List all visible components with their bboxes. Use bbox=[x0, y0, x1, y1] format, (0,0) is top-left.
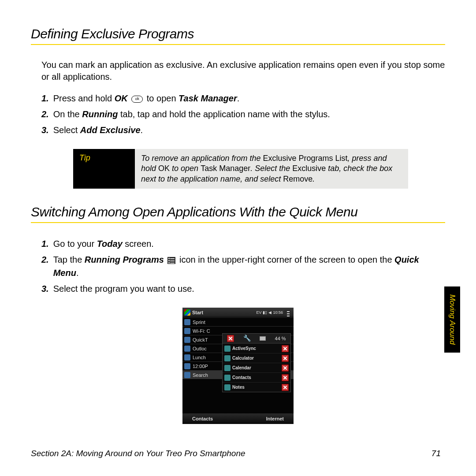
row-label: Wi-Fi: C bbox=[193, 328, 210, 334]
step-number: 1. bbox=[41, 237, 49, 250]
signal-icon: ▮▯ bbox=[263, 310, 267, 315]
close-icon bbox=[282, 364, 289, 372]
row-label: Outloc bbox=[193, 346, 207, 351]
phone-softbar: Contacts Internet bbox=[182, 413, 294, 424]
step-1b: 1. Go to your Today screen. bbox=[41, 237, 445, 250]
page-number: 71 bbox=[431, 449, 441, 458]
tip-box: Tip To remove an application from the Ex… bbox=[73, 149, 408, 189]
row-label: 12:00P bbox=[193, 364, 208, 369]
app-label: ActiveSync bbox=[232, 346, 282, 351]
wrench-icon: 🔧 bbox=[243, 335, 250, 342]
row-icon bbox=[184, 354, 190, 361]
chapter-tab: Moving Around bbox=[444, 286, 460, 353]
battery-pct: 44 % bbox=[275, 336, 286, 341]
app-icon bbox=[224, 355, 231, 361]
phone-screenshot: Start EV ▮▯ ◀ 10:56 SprintWi-Fi: CQuickT… bbox=[182, 308, 294, 424]
today-row: Sprint bbox=[182, 317, 294, 326]
start-label: Start bbox=[192, 310, 255, 315]
rule-2 bbox=[31, 222, 445, 223]
softkey-right: Internet bbox=[266, 416, 284, 421]
row-icon bbox=[184, 372, 190, 378]
app-label: Calculator bbox=[232, 356, 282, 361]
section1-title: Defining Exclusive Programs bbox=[31, 26, 445, 41]
step-2: 2. On the Running tab, tap and hold the … bbox=[41, 108, 445, 121]
quick-menu-top: 🔧 44 % bbox=[223, 334, 290, 343]
section1-intro: You can mark an application as exclusive… bbox=[41, 59, 445, 83]
step-number: 3. bbox=[41, 123, 49, 137]
quick-menu-item: Calculator bbox=[223, 353, 290, 363]
quick-menu-item: Calendar bbox=[223, 363, 290, 372]
row-icon bbox=[184, 319, 190, 325]
ok-key-icon bbox=[131, 96, 143, 103]
step-text: Tap the Running Programs icon in the upp… bbox=[53, 253, 445, 279]
running-programs-icon bbox=[167, 257, 175, 264]
app-label: Calendar bbox=[232, 365, 282, 370]
section2-title: Switching Among Open Applications With t… bbox=[31, 205, 445, 219]
step-number: 1. bbox=[41, 92, 49, 105]
section1-steps: 1. Press and hold OK to open Task Manage… bbox=[41, 92, 445, 137]
close-all-icon bbox=[227, 335, 234, 342]
app-icon bbox=[224, 365, 231, 371]
close-icon bbox=[282, 345, 289, 352]
row-icon bbox=[184, 363, 190, 369]
quick-menu-item: Notes bbox=[223, 382, 290, 392]
quick-menu-popup: 🔧 44 % ActiveSyncCalculatorCalendarConta… bbox=[222, 333, 291, 392]
app-icon bbox=[224, 384, 231, 390]
step-number: 3. bbox=[41, 282, 49, 295]
row-icon bbox=[184, 337, 190, 343]
step-text: Press and hold OK to open Task Manager. bbox=[53, 92, 240, 105]
step-text: Select Add Exclusive. bbox=[53, 123, 143, 137]
volume-icon: ◀ bbox=[268, 310, 271, 315]
row-label: Sprint bbox=[193, 320, 205, 325]
step-text: On the Running tab, tap and hold the app… bbox=[53, 108, 330, 121]
close-icon bbox=[282, 355, 289, 362]
step-3: 3. Select Add Exclusive. bbox=[41, 123, 445, 137]
quick-menu-item: ActiveSync bbox=[223, 343, 290, 353]
windows-flag-icon bbox=[184, 309, 190, 316]
step-2b: 2. Tap the Running Programs icon in the … bbox=[41, 253, 445, 279]
phone-topbar: Start EV ▮▯ ◀ 10:56 bbox=[182, 308, 294, 317]
step-1: 1. Press and hold OK to open Task Manage… bbox=[41, 92, 445, 105]
phone-body: SprintWi-Fi: CQuickTOutlocLunch12:00PSea… bbox=[182, 317, 294, 413]
close-icon bbox=[282, 384, 289, 391]
step-number: 2. bbox=[41, 108, 49, 121]
step-3b: 3. Select the program you want to use. bbox=[41, 282, 445, 295]
rule-1 bbox=[31, 44, 445, 45]
row-label: Search bbox=[193, 372, 208, 378]
clock-label: 10:56 bbox=[273, 310, 283, 315]
app-label: Contacts bbox=[232, 375, 282, 380]
app-icon bbox=[224, 375, 231, 381]
quick-menu-icon bbox=[284, 310, 290, 315]
close-icon bbox=[282, 374, 289, 381]
step-text: Go to your Today screen. bbox=[53, 237, 154, 250]
row-icon bbox=[184, 346, 190, 352]
tip-label: Tip bbox=[73, 149, 135, 189]
row-label: Lunch bbox=[193, 355, 206, 360]
app-icon bbox=[224, 346, 231, 352]
tip-content: To remove an application from the Exclus… bbox=[135, 149, 408, 189]
footer-left: Section 2A: Moving Around on Your Treo P… bbox=[31, 449, 245, 458]
ev-icon: EV bbox=[256, 310, 261, 315]
section2-steps: 1. Go to your Today screen. 2. Tap the R… bbox=[41, 237, 445, 295]
softkey-left: Contacts bbox=[192, 416, 213, 421]
app-label: Notes bbox=[232, 385, 282, 390]
page-footer: Section 2A: Moving Around on Your Treo P… bbox=[31, 449, 441, 458]
quick-menu-item: Contacts bbox=[223, 372, 290, 382]
battery-icon bbox=[260, 336, 266, 341]
row-icon bbox=[184, 328, 190, 334]
step-number: 2. bbox=[41, 253, 49, 279]
row-label: QuickT bbox=[193, 337, 208, 342]
step-text: Select the program you want to use. bbox=[53, 282, 194, 295]
